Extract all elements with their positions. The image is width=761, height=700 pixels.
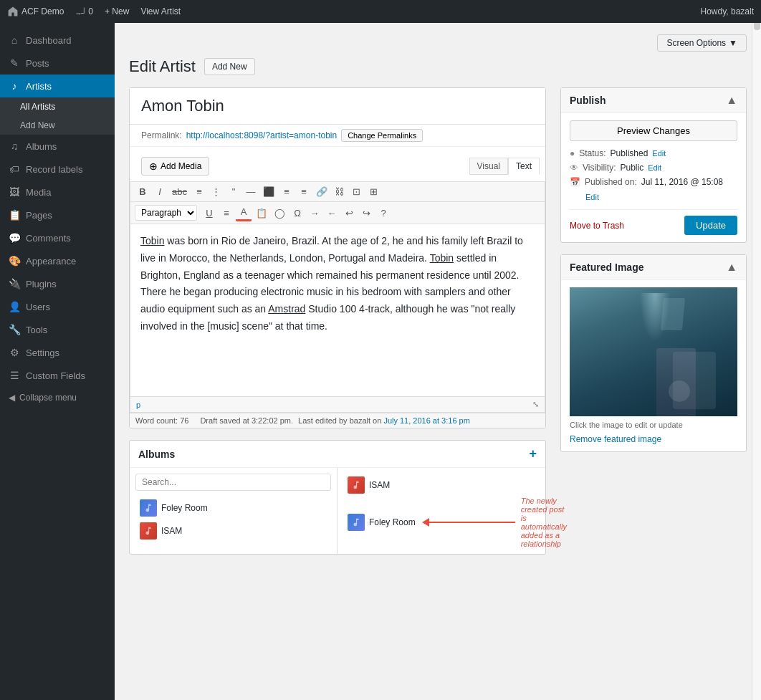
submenu-all-artists[interactable]: All Artists: [0, 97, 115, 116]
album-item-foley-room-left[interactable]: Foley Room: [135, 497, 331, 519]
submenu-add-new[interactable]: Add New: [0, 116, 115, 135]
visibility-edit-link[interactable]: Edit: [648, 163, 661, 172]
align-left-button[interactable]: ⬛: [260, 184, 277, 199]
sidebar-item-users[interactable]: 👤 Users: [0, 295, 115, 318]
status-edit-link[interactable]: Edit: [652, 149, 666, 158]
undo-button[interactable]: ↩: [341, 206, 357, 221]
move-to-trash-link[interactable]: Move to Trash: [570, 221, 624, 231]
album-label-isam-right: ISAM: [369, 480, 390, 490]
admin-sidebar: ⌂ Dashboard ✎ Posts ♪ Artists All Artist…: [0, 23, 115, 700]
adminbar-view-artist[interactable]: View Artist: [140, 6, 181, 16]
albums-inner: Foley Room ISAM: [130, 468, 545, 554]
adminbar-new[interactable]: + New: [105, 6, 129, 16]
last-edited-date-link[interactable]: July 11, 2016 at 3:16 pm: [383, 416, 469, 425]
visibility-icon: 👁: [570, 163, 578, 173]
visibility-label: Visibility:: [583, 163, 616, 173]
align-right-button[interactable]: ≡: [296, 184, 312, 199]
insert-read-more-button[interactable]: ⊡: [349, 184, 365, 199]
unordered-list-button[interactable]: ≡: [191, 184, 207, 199]
unlink-button[interactable]: ⛓: [332, 184, 348, 199]
help-button[interactable]: ?: [375, 206, 391, 221]
publish-box: Publish ▲ Preview Changes ● Status: Publ…: [560, 87, 747, 243]
sidebar-item-albums[interactable]: ♫ Albums: [0, 135, 115, 158]
screen-options-bar: Screen Options ▼: [129, 34, 747, 52]
paste-plain-button[interactable]: 📋: [253, 206, 270, 221]
special-chars-button[interactable]: Ω: [289, 206, 305, 221]
editor-tab-bar: ⊕ Add Media Visual Text: [130, 147, 545, 181]
link-button[interactable]: 🔗: [313, 184, 330, 199]
editor-footer: p ⤡: [130, 396, 545, 412]
featured-image-body: Click the image to edit or update Remove…: [561, 280, 746, 451]
sidebar-item-appearance[interactable]: 🎨 Appearance: [0, 249, 115, 272]
screen-options-button[interactable]: Screen Options ▼: [657, 34, 747, 52]
adminbar-comments[interactable]: 0: [75, 6, 93, 16]
text-color-button[interactable]: A: [236, 204, 252, 221]
album-thumb-isam-left: [140, 522, 157, 540]
toggle-toolbar-button[interactable]: ⊞: [366, 184, 382, 199]
sidebar-item-posts[interactable]: ✎ Posts: [0, 52, 115, 75]
justify-button[interactable]: ≡: [219, 206, 234, 221]
sidebar-item-comments[interactable]: 💬 Comments: [0, 226, 115, 249]
editor-resize-handle[interactable]: ⤡: [532, 400, 539, 409]
adminbar-home[interactable]: ACF Demo: [7, 6, 64, 17]
editor-content-wrap: Tobin was born in Rio de Janeiro, Brazil…: [130, 224, 545, 396]
visual-tab[interactable]: Visual: [469, 158, 508, 175]
album-label-foley-room-left: Foley Room: [161, 503, 208, 513]
update-button[interactable]: Update: [684, 216, 737, 235]
albums-add-button[interactable]: +: [529, 446, 537, 461]
ordered-list-button[interactable]: ⋮: [209, 184, 224, 199]
album-item-isam-left[interactable]: ISAM: [135, 519, 331, 542]
italic-button[interactable]: I: [152, 184, 168, 199]
artists-submenu: All Artists Add New: [0, 97, 115, 135]
sidebar-item-pages[interactable]: 📋 Pages: [0, 203, 115, 226]
albums-icon: ♫: [9, 140, 20, 152]
strikethrough-button[interactable]: abc: [169, 184, 190, 199]
publish-box-toggle[interactable]: ▲: [726, 94, 737, 107]
albums-right-panel: ISAM Foley Room: [338, 468, 545, 554]
remove-featured-image-link[interactable]: Remove featured image: [570, 434, 661, 444]
indent-button[interactable]: →: [307, 206, 322, 221]
sidebar-item-settings[interactable]: ⚙ Settings: [0, 341, 115, 364]
sidebar-item-dashboard[interactable]: ⌂ Dashboard: [0, 29, 115, 52]
add-new-button[interactable]: Add New: [204, 58, 255, 75]
preview-changes-button[interactable]: Preview Changes: [570, 120, 737, 141]
sidebar-item-media[interactable]: 🖼 Media: [0, 181, 115, 203]
redo-button[interactable]: ↪: [358, 206, 374, 221]
outdent-button[interactable]: ←: [324, 206, 340, 221]
featured-image[interactable]: [570, 287, 737, 416]
collapse-menu-button[interactable]: ◀ Collapse menu: [0, 387, 115, 408]
bold-button[interactable]: B: [135, 184, 150, 199]
change-permalinks-button[interactable]: Change Permalinks: [341, 129, 423, 142]
format-select[interactable]: Paragraph Heading 1 Heading 2: [135, 205, 197, 221]
artists-icon: ♪: [9, 80, 20, 92]
add-media-button[interactable]: ⊕ Add Media: [141, 157, 209, 176]
album-search-input[interactable]: [135, 474, 331, 491]
album-item-foley-room-right[interactable]: Foley Room: [343, 511, 420, 534]
foley-room-annotation-row: Foley Room The newly created post is aut…: [343, 497, 540, 548]
editor-wrap: B I abc ≡ ⋮ " — ⬛ ≡ ≡ 🔗 ⛓ ⊡: [130, 181, 545, 413]
align-center-button[interactable]: ≡: [279, 184, 295, 199]
sidebar-item-tools[interactable]: 🔧 Tools: [0, 318, 115, 341]
main-content: Screen Options ▼ Edit Artist Add New Per…: [115, 23, 761, 700]
albums-title: Albums: [138, 449, 175, 460]
album-item-isam-right[interactable]: ISAM: [343, 474, 540, 497]
site-name: ACF Demo: [21, 6, 64, 16]
underline-button[interactable]: U: [201, 206, 217, 221]
blockquote-button[interactable]: ": [226, 184, 241, 199]
sidebar-item-custom-fields[interactable]: ☰ Custom Fields: [0, 364, 115, 387]
editor-scrollbar[interactable]: [752, 0, 761, 700]
horizontal-rule-button[interactable]: —: [243, 184, 259, 199]
published-value: Jul 11, 2016 @ 15:08: [641, 177, 723, 187]
sidebar-item-plugins[interactable]: 🔌 Plugins: [0, 272, 115, 295]
published-edit-link[interactable]: Edit: [585, 193, 599, 201]
sidebar-item-artists[interactable]: ♪ Artists: [0, 75, 115, 97]
featured-image-toggle[interactable]: ▲: [726, 261, 737, 274]
permalink-link[interactable]: http://localhost:8098/?artist=amon-tobin: [186, 130, 337, 140]
editor-content-area[interactable]: Tobin was born in Rio de Janeiro, Brazil…: [130, 224, 545, 396]
publish-box-body: Preview Changes ● Status: Published Edit…: [561, 113, 746, 242]
post-title-input[interactable]: [130, 88, 545, 125]
comments-count: 0: [88, 6, 93, 16]
sidebar-item-record-labels[interactable]: 🏷 Record labels: [0, 158, 115, 181]
text-tab[interactable]: Text: [508, 158, 540, 175]
clear-formatting-button[interactable]: ◯: [272, 206, 288, 221]
